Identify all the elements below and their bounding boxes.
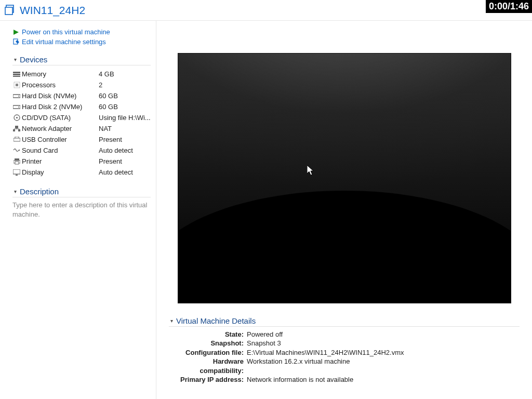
main-content: Power on this virtual machine Edit virtu… [0,21,532,399]
svg-point-19 [19,150,20,151]
svg-rect-6 [13,76,20,77]
vm-preview[interactable] [178,54,511,303]
caret-down-icon: ▾ [169,318,174,323]
device-value: 60 GB [99,103,118,111]
detail-label: Configuration file: [169,348,247,357]
detail-value: Workstation 16.2.x virtual machine [247,357,350,375]
svg-marker-2 [14,30,19,35]
detail-ip: Primary IP address: Network information … [169,375,520,384]
vm-title: WIN11_24H2 [20,4,85,17]
detail-label: Snapshot: [169,339,247,348]
detail-value: Network information is not available [247,375,353,384]
device-icon [12,71,21,77]
power-on-link[interactable]: Power on this virtual machine [12,28,151,36]
svg-point-14 [16,117,17,118]
device-label: Hard Disk 2 (NVMe) [22,103,99,111]
detail-label: State: [169,330,247,339]
power-on-label: Power on this virtual machine [22,28,110,36]
device-row[interactable]: Sound CardAuto detect [12,145,151,156]
svg-rect-23 [13,169,20,174]
device-label: Sound Card [22,147,99,154]
device-row[interactable]: Network AdapterNAT [12,123,151,134]
preview-container [169,21,520,303]
device-value: Auto detect [99,147,133,154]
device-row[interactable]: DisplayAuto detect [12,167,151,178]
vm-details: ▾ Virtual Machine Details State: Powered… [169,316,520,399]
device-value: 4 GB [99,70,114,78]
description-header-label: Description [20,187,59,196]
svg-rect-17 [18,129,20,131]
detail-value: E:\Virtual Machines\WIN11_24H2\WIN11_24H… [247,348,404,357]
svg-rect-4 [13,72,20,73]
device-value: 60 GB [99,92,118,100]
device-value: NAT [99,125,112,132]
play-icon [12,29,20,36]
device-value: Using file H:\Wi... [99,114,151,122]
device-label: CD/DVD (SATA) [22,114,99,122]
device-value: Present [99,136,122,143]
detail-config: Configuration file: E:\Virtual Machines\… [169,348,520,357]
preview-gloss-curve [178,191,511,303]
svg-marker-25 [307,165,313,175]
detail-hwcompat: Hardware compatibility: Workstation 16.2… [169,357,520,375]
edit-icon [12,38,20,46]
svg-rect-15 [15,126,18,128]
device-row[interactable]: Processors2 [12,79,151,90]
detail-snapshot: Snapshot: Snapshot 3 [169,339,520,348]
right-pane: ▾ Virtual Machine Details State: Powered… [156,21,532,399]
svg-rect-8 [16,84,18,86]
detail-label: Hardware compatibility: [169,357,247,375]
device-list: Memory4 GBProcessors2Hard Disk (NVMe)60 … [12,69,151,178]
device-label: Processors [22,81,99,89]
svg-rect-18 [14,138,20,141]
edit-settings-label: Edit virtual machine settings [22,38,106,46]
device-value: Auto detect [99,168,133,176]
device-row[interactable]: CD/DVD (SATA)Using file H:\Wi... [12,112,151,123]
device-label: Memory [22,70,99,78]
svg-rect-5 [13,74,20,75]
device-row[interactable]: PrinterPresent [12,156,151,167]
device-label: Hard Disk (NVMe) [22,92,99,100]
svg-rect-22 [15,162,19,164]
details-header[interactable]: ▾ Virtual Machine Details [169,316,520,327]
details-header-label: Virtual Machine Details [176,316,256,325]
device-label: Printer [22,157,99,165]
device-icon [12,148,21,153]
device-label: USB Controller [22,136,99,143]
device-value: Present [99,157,122,165]
svg-point-12 [18,107,19,108]
device-icon [12,169,21,176]
detail-value: Powered off [247,330,283,339]
vm-tab-icon [4,4,17,17]
svg-rect-1 [5,7,12,15]
description-input[interactable]: Type here to enter a description of this… [12,201,151,219]
devices-header[interactable]: ▾ Devices [12,55,151,65]
device-icon [12,137,21,142]
caret-down-icon: ▾ [12,57,18,62]
detail-label: Primary IP address: [169,375,247,384]
devices-header-label: Devices [20,55,47,64]
device-row[interactable]: Hard Disk 2 (NVMe)60 GB [12,101,151,112]
device-label: Network Adapter [22,125,99,132]
device-icon [12,93,21,99]
device-value: 2 [99,81,102,89]
cursor-icon [307,165,314,176]
description-header[interactable]: ▾ Description [12,187,151,197]
detail-value: Snapshot 3 [247,339,281,348]
device-row[interactable]: Memory4 GB [12,69,151,79]
device-icon [12,158,21,165]
device-row[interactable]: USB ControllerPresent [12,134,151,145]
svg-rect-20 [15,158,19,161]
title-bar: WIN11_24H2 [0,0,532,21]
svg-point-10 [18,96,19,97]
detail-state: State: Powered off [169,330,520,339]
device-icon [12,126,21,132]
device-icon [12,114,21,121]
svg-rect-16 [13,129,15,131]
timer-badge: 0:00/1:46 [486,0,532,13]
device-row[interactable]: Hard Disk (NVMe)60 GB [12,90,151,101]
edit-settings-link[interactable]: Edit virtual machine settings [12,38,151,46]
svg-rect-24 [16,175,18,176]
device-icon [12,82,21,88]
left-pane: Power on this virtual machine Edit virtu… [0,21,156,399]
